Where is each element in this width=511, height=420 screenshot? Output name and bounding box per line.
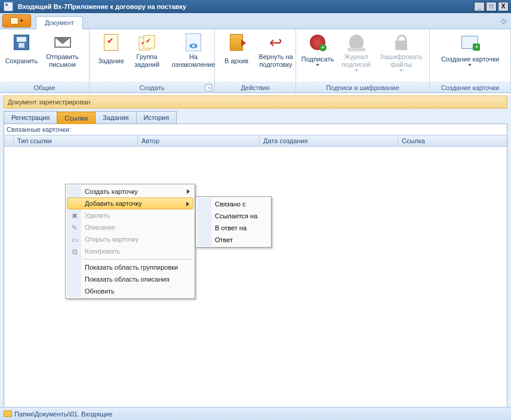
pencil-icon: ✎ (70, 223, 79, 233)
sub-refers[interactable]: Ссылается на (197, 210, 270, 222)
review-button[interactable]: На ознакомление (165, 32, 222, 70)
send-mail-label: Отправить письмом (42, 53, 83, 69)
chevron-down-icon (399, 69, 403, 72)
group-label-sign: Подписи и шифрование (296, 82, 429, 92)
return-label: Вернуть на подготовку (257, 53, 295, 69)
ctx-show-description[interactable]: Показать область описания (67, 273, 193, 285)
minimize-button[interactable]: _ (474, 2, 485, 11)
maximize-button[interactable]: □ (486, 2, 497, 11)
grid-col-selector[interactable] (4, 135, 14, 146)
context-menu: Создать карточку Добавить карточку ✖Удал… (65, 184, 195, 299)
task-group-button[interactable]: Группа заданий (129, 32, 165, 70)
ctx-delete[interactable]: ✖Удалить (67, 209, 193, 221)
tab-tasks[interactable]: Задания (95, 111, 136, 123)
return-icon (268, 35, 284, 50)
copy-icon: ⧉ (70, 247, 79, 257)
linked-cards-title: Связанные карточки: (4, 124, 507, 135)
save-icon (14, 35, 29, 50)
task-group-label: Группа заданий (131, 53, 162, 69)
archive-label: В архив (224, 53, 248, 69)
sign-label: Подписать (301, 55, 334, 63)
save-label: Сохранить (5, 53, 38, 69)
chevron-down-icon (20, 20, 23, 22)
group-label-actions: Действия (215, 82, 295, 92)
task-label: Задание (98, 53, 124, 69)
grid-col-link[interactable]: Ссылка (398, 135, 507, 146)
ctx-create-card[interactable]: Создать карточку (67, 186, 193, 197)
grid-col-author[interactable]: Автор (138, 135, 260, 146)
window-title: Входящий Вх-7Приложение к договору на по… (16, 3, 474, 10)
chevron-down-icon (355, 69, 358, 72)
ctx-separator (84, 259, 192, 260)
create-card-label: Создание карточки (441, 55, 499, 63)
review-label: На ознакомление (167, 53, 220, 69)
open-icon: ▭ (70, 235, 79, 245)
save-button[interactable]: Сохранить (4, 32, 39, 70)
chevron-right-icon (187, 189, 190, 194)
ribbon-tabrow: Документ ◇ (0, 13, 511, 29)
panel-tabs: Регистрация Ссылки Задания История (4, 111, 507, 124)
task-icon (104, 34, 118, 51)
chevron-down-icon (468, 64, 472, 66)
titlebar: Входящий Вх-7Приложение к договору на по… (0, 0, 511, 13)
grid-header: Тип ссылки Автор Дата создания Ссылка (4, 135, 507, 147)
ribbon: Сохранить Отправить письмом Общие Задани… (0, 29, 511, 93)
ctx-description[interactable]: ✎Описание (67, 221, 193, 233)
ribbon-tab-document[interactable]: Документ (36, 16, 83, 29)
sign-icon (310, 35, 325, 50)
sign-button[interactable]: Подписать (300, 32, 335, 70)
sub-answer[interactable]: Ответ (197, 234, 270, 246)
delete-icon: ✖ (70, 211, 79, 221)
folder-icon (4, 410, 12, 417)
quick-access-toolbar[interactable] (2, 14, 31, 27)
sign-journal-button[interactable]: Журнал подписей (335, 32, 377, 73)
return-button[interactable]: Вернуть на подготовку (254, 32, 297, 70)
chevron-down-icon (316, 64, 319, 66)
ctx-open-card[interactable]: ▭Открыть карточку (67, 233, 193, 245)
create-card-button[interactable]: Создание карточки (439, 32, 501, 70)
app-icon (4, 2, 13, 11)
archive-button[interactable]: В архив (218, 32, 254, 70)
ribbon-collapse-icon[interactable]: ◇ (499, 17, 507, 25)
doc-status-strip: Документ зарегистрирован (4, 95, 507, 109)
ctx-refresh[interactable]: Обновить (67, 285, 193, 297)
task-group-icon (137, 33, 156, 51)
ctx-copy[interactable]: ⧉Копировать (67, 245, 193, 257)
lock-icon (395, 41, 407, 50)
tab-history[interactable]: История (136, 111, 177, 123)
qat-icon (10, 17, 19, 24)
create-card-icon (461, 36, 478, 49)
sub-in-reply-to[interactable]: В ответ на (197, 222, 270, 234)
ctx-add-card[interactable]: Добавить карточку (67, 197, 193, 209)
statusbar-path: Папки\Документы\01. Входящие (14, 410, 112, 418)
context-submenu-add-card: Связано с Ссылается на В ответ на Ответ (195, 196, 272, 248)
send-mail-button[interactable]: Отправить письмом (39, 32, 85, 70)
links-panel: Связанные карточки: Тип ссылки Автор Дат… (4, 124, 507, 409)
group-label-create: Создать (140, 84, 165, 91)
sub-related[interactable]: Связано с (197, 198, 270, 210)
journal-icon (349, 35, 364, 50)
encrypt-label: Зашифровать файлы (379, 53, 423, 69)
statusbar: Папки\Документы\01. Входящие (0, 407, 511, 420)
tab-registration[interactable]: Регистрация (4, 111, 57, 123)
task-button[interactable]: Задание (93, 32, 129, 70)
review-icon (186, 33, 201, 51)
ctx-show-grouping[interactable]: Показать область группировки (67, 261, 193, 273)
group-label-card: Создание карточки (430, 82, 510, 92)
chevron-right-icon (186, 202, 189, 206)
close-button[interactable]: X (498, 2, 509, 11)
archive-icon (230, 34, 243, 51)
journal-label: Журнал подписей (338, 53, 374, 69)
encrypt-button[interactable]: Зашифровать файлы (377, 32, 426, 73)
grid-col-type[interactable]: Тип ссылки (14, 135, 138, 146)
group-label-general: Общие (0, 82, 89, 92)
tab-links[interactable]: Ссылки (57, 112, 96, 124)
dialog-launcher-icon[interactable]: ↘ (205, 84, 212, 91)
mail-icon (54, 37, 71, 48)
grid-col-date[interactable]: Дата создания (260, 135, 398, 146)
